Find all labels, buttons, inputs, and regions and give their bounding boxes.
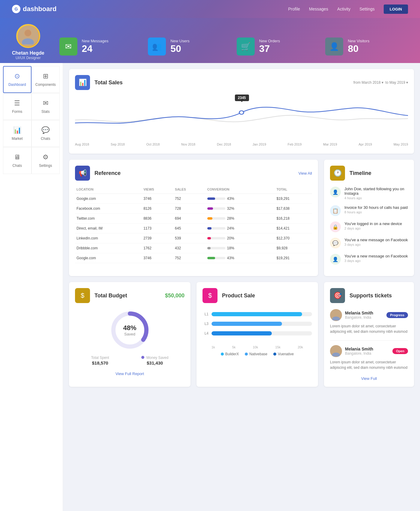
timeline-text: You've a new message on Facebook (344, 254, 408, 258)
reference-header: 📢 Reference View All (75, 166, 312, 181)
avatar-image (20, 28, 36, 44)
sidebar-item-market[interactable]: 📊 Market (3, 120, 32, 147)
market-icon: 📊 (13, 126, 21, 134)
row-views: 2739 (142, 233, 173, 243)
support-header: 🎯 Supports tickets (330, 288, 408, 303)
donut-text: Saved (123, 332, 136, 336)
table-row: Google.com 3746 752 43% $19,291 (75, 253, 312, 263)
row-conversion: 28% (206, 214, 275, 224)
bar-row: L4 (202, 331, 312, 335)
row-conversion: 24% (206, 224, 275, 233)
nav-profile[interactable]: Profile (288, 7, 300, 11)
row-location: Facebook.com (75, 204, 142, 214)
timeline-items: 👤 John Doe, started following you on Ins… (330, 187, 408, 265)
timeline-item: 📋 Invoice for 30 hours of calls has paid… (330, 205, 408, 216)
stat-users-label: New Users (170, 39, 190, 43)
x-axis-label: 20k (298, 345, 303, 349)
chart-icon: 📊 (75, 75, 90, 90)
donut-pct: 48% (123, 324, 136, 332)
sidebar-item-dashboard[interactable]: ⊙ Dashboard (3, 66, 32, 93)
support-item: Melania Smith Bangalore, India Open Lore… (330, 345, 408, 370)
sidebar-item-forms[interactable]: ☰ Forms (3, 93, 32, 120)
row-views: 1762 (142, 243, 173, 253)
row-total: $17,638 (275, 204, 312, 214)
row-conversion: 43% (206, 194, 275, 204)
support-user: Melania Smith Bangalore, India Progress (330, 309, 408, 321)
donut-label: 48% Saved (123, 324, 136, 336)
nav-messages[interactable]: Messages (309, 7, 328, 11)
table-row: Twitter.com 8836 694 28% $16,218 (75, 214, 312, 224)
legend-label: Nativebase (249, 352, 267, 356)
chart-label-nov: Nov 2018 (181, 143, 195, 146)
product-header: $ Product Sale (202, 288, 312, 303)
view-full-link[interactable]: View Full (330, 376, 408, 381)
row-total: $14,421 (275, 224, 312, 233)
row-location: LinkedIn.com (75, 233, 142, 243)
reference-icon: 📢 (75, 166, 90, 181)
chats2-icon: 🖥 (14, 153, 20, 161)
components-icon: ⊞ (43, 72, 48, 80)
timeline-icon: 🕐 (330, 166, 345, 181)
col-total: TOTAL (275, 185, 312, 194)
svg-point-3 (239, 111, 244, 114)
support-text: Lorem ipsum dolor sit amet, consectetuer… (330, 359, 408, 370)
user-role: UI/UX Designer (12, 56, 44, 60)
support-badge: Progress (386, 312, 408, 318)
timeline-time: 8 hours ago (344, 210, 408, 214)
support-location: Bangalore, India (345, 351, 373, 356)
timeline-item: 👤 You've a new message on Facebook 3 day… (330, 254, 408, 265)
product-legend: BuilderX Nativebase Vuenative (202, 352, 312, 356)
timeline-header: 🕐 Timeline (330, 166, 408, 181)
reference-view-all[interactable]: View All (298, 171, 312, 176)
sidebar-item-settings[interactable]: ⚙ Settings (32, 147, 60, 174)
support-name: Melania Smith (345, 347, 373, 351)
row-views: 3746 (142, 253, 173, 263)
orders-icon: 🛒 (237, 38, 255, 56)
timeline-item: 🔒 You've logged in on a new device 2 day… (330, 221, 408, 232)
sidebar-item-chats2[interactable]: 🖥 Chats (3, 147, 32, 174)
budget-header: $ Total Budget $50,000 (75, 288, 184, 303)
budget-card: $ Total Budget $50,000 48% Saved (69, 282, 190, 387)
budget-amount: $50,000 (165, 293, 184, 299)
timeline-avatar: 🔒 (330, 221, 341, 232)
logo-icon (12, 5, 20, 13)
x-axis-label: 1k (212, 345, 215, 349)
support-title: Supports tickets (350, 293, 392, 299)
legend-saved-value: $31,430 (141, 360, 169, 365)
col-conversion: CONVERSION (206, 185, 275, 194)
sidebar-item-chats[interactable]: 💬 Chats (32, 120, 60, 147)
stat-new-messages: ✉ New Messages 24 (53, 30, 142, 63)
budget-title: Total Budget (94, 293, 160, 299)
sidebar-item-stats-label: Stats (41, 110, 50, 114)
chats-icon: 💬 (41, 126, 50, 134)
support-icon: 🎯 (330, 288, 345, 303)
header-nav: Profile Messages Activity Settings LOGIN (288, 5, 408, 14)
stats-cards: ✉ New Messages 24 👥 New Users 50 🛒 New O… (53, 30, 408, 63)
bar-label: L1 (202, 312, 208, 316)
chart-area: 2345 (75, 93, 408, 141)
table-row: Dribbble.com 1762 432 18% $9,928 (75, 243, 312, 253)
view-report-link[interactable]: View Full Report (75, 371, 184, 376)
legend-label: Vuenative (278, 352, 294, 356)
login-button[interactable]: LOGIN (384, 5, 408, 14)
stat-messages-value: 24 (82, 43, 109, 54)
bar-fill (212, 322, 282, 326)
row-sales: 645 (173, 224, 206, 233)
nav-settings[interactable]: Settings (359, 7, 375, 11)
nav-activity[interactable]: Activity (337, 7, 350, 11)
x-axis-label: 5k (232, 345, 236, 349)
sidebar-item-stats[interactable]: ✉ Stats (32, 93, 60, 120)
row-views: 8836 (142, 214, 173, 224)
row-location: Dribbble.com (75, 243, 142, 253)
stats-icon: ✉ (43, 99, 48, 107)
sidebar-item-components[interactable]: ⊞ Components (32, 66, 60, 93)
stat-visitors-label: New Visitors (348, 39, 369, 43)
chart-label-sep: Sep 2018 (111, 143, 125, 146)
timeline-item: 💬 You've a new message on Facebook 3 day… (330, 238, 408, 248)
chart-label-feb: Feb 2019 (288, 143, 302, 146)
third-row: $ Total Budget $50,000 48% Saved (69, 282, 414, 387)
timeline-text: You've a new message on Facebook (344, 238, 408, 242)
bar-bg (212, 312, 312, 316)
sidebar-item-settings-label: Settings (39, 164, 52, 168)
chart-label-jan: Jan 2019 (253, 143, 266, 146)
